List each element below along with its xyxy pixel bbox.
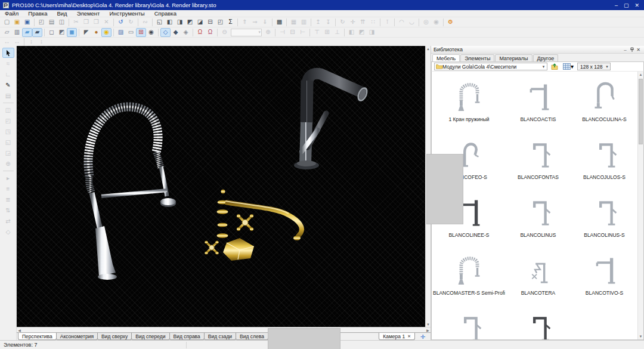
save-icon[interactable]: ▣ [22, 18, 32, 27]
menu-item[interactable]: Инструменты [104, 10, 149, 17]
materials-sphere-icon[interactable]: ● [91, 28, 101, 37]
library-scroll-thumb[interactable] [639, 79, 643, 144]
library-close-icon[interactable]: ✕ [635, 47, 642, 52]
viewport-3d-canvas[interactable] [17, 46, 425, 327]
view-tab[interactable]: Перспектива [18, 333, 57, 340]
menu-item[interactable]: Справка [150, 10, 181, 17]
vscroll-thumb[interactable] [426, 154, 463, 224]
export-board-icon[interactable]: ◰ [36, 18, 47, 27]
undo-icon[interactable]: ↺ [116, 18, 126, 27]
library-item[interactable]: BLANCOFONTAS [505, 133, 571, 191]
view-mode-button[interactable]: ▾ [562, 63, 575, 71]
menu-item[interactable]: Правка [23, 10, 52, 17]
chevron-down-icon[interactable]: ▾ [540, 64, 547, 69]
camera-tab[interactable]: Камера 1✕ [379, 333, 415, 340]
render-dither-icon[interactable]: ▩ [274, 18, 284, 27]
panel-library-icon[interactable]: ◨ [175, 18, 185, 27]
magnet-icon[interactable]: Ω [195, 28, 205, 37]
arc-a-icon: ◠ [397, 18, 407, 27]
library-tab-материалы[interactable]: Материалы [495, 54, 532, 61]
folder-up-button[interactable] [550, 63, 559, 71]
report-sigma-icon[interactable]: Σ [225, 18, 236, 27]
library-tab-элементы[interactable]: Элементы [460, 54, 494, 61]
scroll-down-icon[interactable]: ▼ [426, 322, 431, 327]
snap-edges-icon[interactable]: ◇ [160, 28, 171, 37]
view-tab[interactable]: Вид слева [236, 333, 268, 340]
menu-item[interactable]: Элемент [72, 10, 105, 17]
chevron-down-icon[interactable]: ▾ [571, 63, 574, 70]
maximize-icon[interactable]: ▢ [624, 2, 629, 8]
print-preview-icon[interactable]: ◫ [57, 18, 67, 27]
menu-item[interactable]: Файл [0, 10, 23, 17]
view-tab[interactable]: Аксонометрия [56, 333, 98, 340]
select-tool-icon[interactable] [2, 48, 14, 58]
library-item[interactable]: BLANCOTERA [505, 249, 571, 307]
view-tab[interactable]: Вид справа [169, 333, 205, 340]
close-icon[interactable]: ✕ [634, 2, 639, 8]
scroll-down-icon[interactable]: ▼ [638, 333, 643, 339]
view-tab[interactable]: Вид сверху [97, 333, 132, 340]
panel-layout-icon[interactable]: ⊟ [205, 18, 215, 27]
open-file-icon[interactable]: ▣ [12, 18, 22, 27]
viewport-vertical-scrollbar[interactable]: ▲ ▼ [425, 46, 431, 327]
library-pin-icon[interactable] [628, 47, 635, 52]
camera-close-icon[interactable]: ✕ [407, 333, 411, 340]
lift-icon: ⇈ [358, 18, 368, 27]
eye-icon[interactable]: ◉ [146, 28, 156, 37]
grid-icon[interactable]: ⊞ [136, 28, 146, 37]
magnet-color-icon[interactable]: Ω [205, 28, 215, 37]
library-path-combobox[interactable]: Модули Gola\Gola 4\Смесители ▾ [434, 63, 547, 70]
scroll-up-icon[interactable]: ▲ [638, 72, 643, 78]
library-item[interactable]: BLANCOACTIS [505, 75, 571, 133]
viewport-horizontal-scrollbar[interactable]: ◀ ▶ [17, 327, 431, 332]
library-collapse-icon[interactable]: – [622, 47, 628, 52]
panel-preview-icon[interactable]: ◰ [215, 18, 225, 27]
hscroll-thumb[interactable] [268, 328, 340, 349]
texture-mode-icon[interactable]: ▰ [32, 28, 42, 37]
library-tab-мебель[interactable]: Мебель [432, 54, 460, 61]
add-view-icon[interactable]: ✛ [419, 333, 427, 340]
light-icon[interactable]: ◉ [101, 28, 112, 37]
print-icon[interactable]: ▤ [47, 18, 57, 27]
library-item[interactable]: BLANCOLINUS-S [571, 191, 637, 249]
thumbnail-size-combobox[interactable]: 128 x 128 ▾ [577, 63, 611, 70]
library-item[interactable]: BLANCOTIVO-S [571, 249, 637, 307]
pen-tool-icon[interactable]: ✎ [2, 80, 14, 90]
box-color-icon[interactable]: ◼ [67, 28, 77, 37]
window-title: PRO100 C:\Users\miha\Desktop\Gola 4. Ren… [12, 2, 615, 8]
library-tabs: МебельЭлементыМатериалыДругое [431, 54, 644, 61]
view-tab[interactable]: Вид спереди [131, 333, 169, 340]
minimize-icon[interactable]: – [615, 2, 618, 8]
new-file-icon[interactable]: ▢ [2, 18, 12, 27]
hatch-icon[interactable]: ▨ [116, 28, 126, 37]
view-tab[interactable]: Вид сзади [204, 333, 236, 340]
library-item[interactable]: BLANCOCULINA-S [571, 75, 637, 133]
select-elements-icon[interactable]: ◤ [81, 28, 91, 37]
library-item[interactable]: 1 Кран пружиный [433, 75, 505, 133]
library-item[interactable]: BLANCOLINUS [505, 191, 571, 249]
library-item[interactable] [433, 307, 505, 339]
library-tab-другое[interactable]: Другое [533, 54, 559, 61]
menu-item[interactable]: Вид [52, 10, 72, 17]
sketch-mode-icon[interactable]: ▥ [12, 28, 22, 37]
panel-properties-icon[interactable]: ◧ [165, 18, 175, 27]
snap-solid-icon[interactable]: ◆ [171, 28, 181, 37]
chevron-down-icon[interactable]: ▾ [604, 64, 610, 69]
library-scrollbar[interactable]: ▲ ▼ [637, 72, 643, 339]
library-item[interactable] [505, 307, 571, 339]
zoom-value-combo: ▾ [231, 29, 262, 36]
panel-materials-icon[interactable]: ◩ [185, 18, 195, 27]
snap-move-icon[interactable]: ◈ [181, 28, 191, 37]
library-item[interactable]: BLANCOJULOS-S [571, 133, 637, 191]
dimensions-icon[interactable]: ▭ [126, 28, 136, 37]
color-mode-icon[interactable]: ▰ [22, 28, 32, 37]
settings-gear-icon[interactable]: ⚙ [445, 18, 456, 27]
dim-width-icon: ↔ [2, 38, 12, 47]
box-sketch-icon[interactable]: ◩ [57, 28, 67, 37]
panel-report-icon[interactable]: ◪ [195, 18, 205, 27]
library-item[interactable]: BLANCOMASTER-S Semi-Profi [433, 249, 505, 307]
box-wireframe-icon[interactable]: ◻ [47, 28, 57, 37]
scroll-up-icon[interactable]: ▲ [426, 46, 431, 51]
wireframe-mode-icon[interactable]: ▱ [2, 28, 12, 37]
panel-structure-icon[interactable]: ◱ [154, 18, 165, 27]
